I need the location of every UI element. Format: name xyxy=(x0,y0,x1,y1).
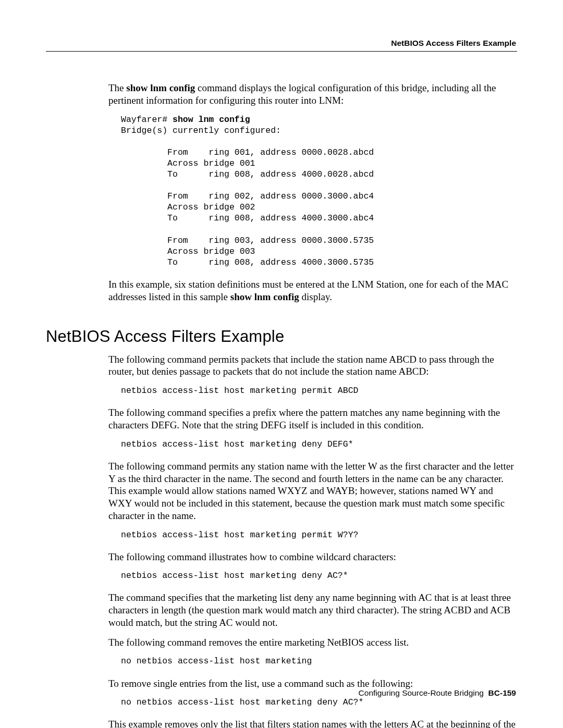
page: NetBIOS Access Filters Example The show … xyxy=(0,0,563,728)
footer: Configuring Source-Route Bridging BC-159 xyxy=(359,688,516,698)
body-p4: The following command illustrates how to… xyxy=(108,551,516,563)
code-c2: netbios access-list host marketing deny … xyxy=(121,439,516,450)
code-c6: no netbios access-list host marketing de… xyxy=(121,697,516,708)
code-block-lnm-config: Wayfarer# show lnm config Bridge(s) curr… xyxy=(121,114,516,268)
prompt: Wayfarer# xyxy=(121,115,173,125)
footer-text: Configuring Source-Route Bridging xyxy=(359,688,484,697)
output: Bridge(s) currently configured: From rin… xyxy=(121,126,374,267)
section-heading: NetBIOS Access Filters Example xyxy=(46,327,516,346)
body-p1: The following command permits packets th… xyxy=(108,353,516,378)
page-number: BC-159 xyxy=(488,688,516,697)
code-c5: no netbios access-list host marketing xyxy=(121,656,516,667)
content-column: The show lnm config command displays the… xyxy=(108,82,516,728)
body-p2: The following command specifies a prefix… xyxy=(108,406,516,431)
body-p3: The following command permits any statio… xyxy=(108,460,516,522)
intro-paragraph-2: In this example, six station definitions… xyxy=(108,278,516,303)
body-p5: The command specifies that the marketing… xyxy=(108,591,516,628)
text: The xyxy=(108,82,126,93)
command: show lnm config xyxy=(173,115,250,125)
intro-paragraph-1: The show lnm config command displays the… xyxy=(108,82,516,107)
body-p8: This example removes only the list that … xyxy=(108,718,516,728)
code-c3: netbios access-list host marketing permi… xyxy=(121,529,516,540)
running-header: NetBIOS Access Filters Example xyxy=(46,39,517,48)
body-p6: The following command removes the entire… xyxy=(108,636,516,649)
code-c1: netbios access-list host marketing permi… xyxy=(121,385,516,396)
body-p7: To remove single entries from the list, … xyxy=(108,677,516,690)
command-name: show lnm config xyxy=(126,82,195,93)
code-c4: netbios access-list host marketing deny … xyxy=(121,570,516,581)
text: display. xyxy=(299,291,332,302)
command-name: show lnm config xyxy=(230,291,299,302)
header-rule xyxy=(46,51,517,52)
